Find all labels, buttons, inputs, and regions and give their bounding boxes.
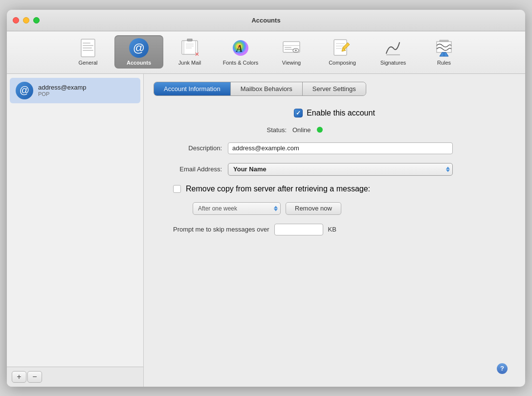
toolbar-item-junk-mail[interactable]: ✕ Junk Mail (165, 35, 214, 69)
svg-rect-1 (83, 43, 90, 44)
junk-mail-icon: ✕ (180, 38, 200, 58)
description-input[interactable] (228, 142, 453, 154)
signatures-icon (383, 38, 403, 58)
close-button[interactable] (13, 17, 19, 23)
rules-icon (434, 38, 454, 58)
toolbar-item-signatures[interactable]: Signatures (369, 35, 418, 69)
email-label: Email Address: (163, 165, 222, 173)
general-icon (78, 38, 98, 58)
description-row: Description: (163, 142, 506, 154)
status-indicator (317, 127, 323, 133)
svg-rect-18 (285, 47, 291, 48)
email-select-wrapper: Your Name (228, 163, 453, 176)
account-form: Enable this account Status: Online Descr… (154, 104, 515, 240)
maximize-button[interactable] (33, 17, 40, 23)
sidebar-bottom: + − (7, 367, 143, 387)
accounts-icon: @ (129, 38, 149, 58)
toolbar-item-accounts[interactable]: @ Accounts (114, 35, 163, 69)
toolbar-item-viewing[interactable]: Viewing (267, 35, 316, 69)
toolbar-label-viewing: Viewing (282, 60, 301, 66)
status-value: Online (292, 126, 311, 134)
account-avatar: @ (16, 82, 33, 99)
fonts-colors-icon: A (231, 38, 250, 58)
toolbar-label-general: General (78, 60, 97, 66)
remove-account-button[interactable]: − (27, 371, 42, 383)
content-area: @ address@examp POP + − Account Informat… (7, 74, 525, 387)
kb-label: KB (328, 226, 336, 233)
skip-row: Prompt me to skip messages over KB (163, 224, 506, 235)
main-panel: Account Information Mailbox Behaviors Se… (144, 74, 525, 387)
titlebar: Accounts (7, 10, 525, 31)
tabs: Account Information Mailbox Behaviors Se… (154, 82, 366, 96)
svg-rect-2 (83, 45, 93, 46)
remove-copy-row: Remove copy from server after retrieving… (163, 185, 506, 193)
toolbar-item-rules[interactable]: Rules (420, 35, 468, 69)
tab-server-settings[interactable]: Server Settings (303, 82, 366, 95)
remove-now-button[interactable]: Remove now (286, 202, 341, 215)
status-label: Status: (228, 126, 287, 134)
window-title: Accounts (251, 17, 280, 24)
enable-checkbox[interactable] (294, 109, 303, 117)
remove-copy-checkbox[interactable] (173, 185, 181, 193)
after-stepper-wrapper: After one weekAfter one dayAfter one mon… (193, 202, 281, 215)
description-label: Description: (163, 144, 222, 152)
add-account-button[interactable]: + (12, 371, 26, 383)
enable-row: Enable this account (163, 109, 506, 117)
svg-rect-3 (83, 47, 92, 48)
remove-copy-label: Remove copy from server after retrieving… (186, 185, 370, 193)
options-row: After one weekAfter one dayAfter one mon… (163, 202, 506, 215)
account-name: address@examp (38, 84, 86, 91)
skip-input[interactable] (274, 224, 323, 235)
toolbar-label-signatures: Signatures (380, 60, 406, 66)
enable-label: Enable this account (307, 109, 375, 117)
toolbar-label-rules: Rules (437, 60, 451, 66)
sidebar: @ address@examp POP + − (7, 74, 144, 387)
toolbar-item-general[interactable]: General (64, 35, 112, 69)
traffic-lights (13, 17, 40, 23)
account-type: POP (38, 91, 86, 97)
toolbar-label-junk-mail: Junk Mail (178, 60, 201, 66)
toolbar-label-fonts-colors: Fonts & Colors (223, 60, 259, 66)
after-select[interactable]: After one weekAfter one dayAfter one mon… (193, 202, 281, 215)
tab-mailbox-behaviors[interactable]: Mailbox Behaviors (231, 82, 303, 95)
toolbar: General @ Accounts ✕ (7, 31, 525, 74)
account-item[interactable]: @ address@examp POP (10, 78, 140, 103)
account-list: @ address@examp POP (7, 74, 143, 367)
tab-account-information[interactable]: Account Information (154, 82, 231, 95)
svg-rect-4 (83, 50, 93, 51)
toolbar-label-composing: Composing (329, 60, 356, 66)
toolbar-item-fonts-colors[interactable]: A Fonts & Colors (216, 35, 265, 69)
account-info: address@examp POP (38, 84, 86, 97)
toolbar-label-accounts: Accounts (127, 60, 151, 66)
viewing-icon (282, 38, 301, 58)
svg-rect-9 (187, 39, 192, 41)
svg-text:✕: ✕ (195, 51, 199, 57)
status-row: Status: Online (163, 126, 506, 134)
email-row: Email Address: Your Name (163, 163, 506, 176)
email-select[interactable]: Your Name (228, 163, 453, 176)
svg-point-21 (295, 49, 297, 51)
toolbar-item-composing[interactable]: Composing (318, 35, 367, 69)
composing-icon (332, 38, 352, 58)
help-button[interactable]: ? (497, 363, 508, 374)
help-area: ? (154, 358, 515, 379)
skip-label: Prompt me to skip messages over (173, 226, 269, 233)
minimize-button[interactable] (23, 17, 29, 23)
main-window: Accounts General @ Accounts (7, 10, 525, 387)
svg-text:A: A (235, 43, 243, 54)
